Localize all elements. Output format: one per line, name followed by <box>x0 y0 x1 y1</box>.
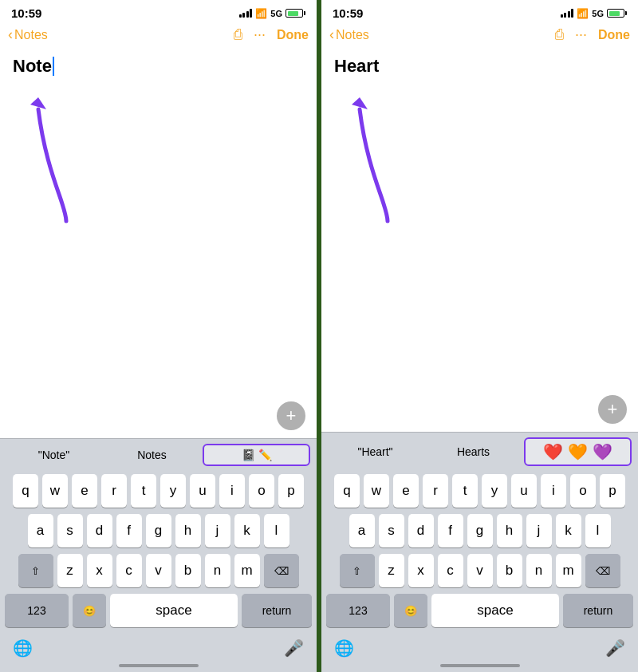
key-b[interactable]: b <box>175 554 201 587</box>
r-key-x[interactable]: x <box>408 554 434 587</box>
right-nav-right: ⎙ ··· Done <box>555 26 630 43</box>
right-arrow <box>344 93 415 232</box>
left-mic-icon[interactable]: 🎤 <box>284 638 304 658</box>
right-globe-icon[interactable]: 🌐 <box>334 638 354 658</box>
right-emoji-orange-heart: 🧡 <box>568 442 588 461</box>
r-key-n[interactable]: n <box>526 554 552 587</box>
r-key-c[interactable]: c <box>438 554 463 587</box>
r-key-shift[interactable]: ⇧ <box>340 554 375 587</box>
right-key-row-1: q w e r t y u i o p <box>324 474 636 508</box>
left-share-icon[interactable]: ⎙ <box>234 26 242 43</box>
key-num[interactable]: 123 <box>5 594 69 627</box>
key-shift[interactable]: ⇧ <box>18 554 53 587</box>
key-i[interactable]: i <box>219 474 245 508</box>
key-m[interactable]: m <box>234 554 260 587</box>
key-s[interactable]: s <box>57 514 83 547</box>
key-space[interactable]: space <box>110 594 238 627</box>
r-key-num[interactable]: 123 <box>326 594 390 627</box>
r-key-p[interactable]: p <box>600 474 625 508</box>
left-bottom-bar: 🌐 🎤 <box>0 634 317 661</box>
key-d[interactable]: d <box>87 514 112 547</box>
r-key-e[interactable]: e <box>393 474 419 508</box>
r-key-h[interactable]: h <box>497 514 522 547</box>
r-key-delete[interactable]: ⌫ <box>585 554 620 587</box>
key-l[interactable]: l <box>264 514 289 547</box>
r-key-f[interactable]: f <box>438 514 463 547</box>
key-delete[interactable]: ⌫ <box>264 554 299 587</box>
key-p[interactable]: p <box>278 474 304 508</box>
r-key-v[interactable]: v <box>467 554 493 587</box>
key-e[interactable]: e <box>72 474 97 508</box>
left-keyboard: "Note" Notes 📓 ✏️ q w e r t y u i o p <box>0 438 317 672</box>
left-back-chevron-icon: ‹ <box>8 26 13 43</box>
key-j[interactable]: j <box>205 514 230 547</box>
key-x[interactable]: x <box>87 554 112 587</box>
r-key-d[interactable]: d <box>408 514 434 547</box>
right-mic-icon[interactable]: 🎤 <box>605 638 625 658</box>
right-note-area: Heart + <box>321 49 638 432</box>
key-u[interactable]: u <box>190 474 215 508</box>
key-t[interactable]: t <box>131 474 156 508</box>
key-return[interactable]: return <box>242 594 312 627</box>
left-back-label: Notes <box>14 28 48 42</box>
left-suggestion-quoted[interactable]: "Note" <box>6 445 101 464</box>
right-plus-button[interactable]: + <box>598 395 627 424</box>
r-key-u[interactable]: u <box>511 474 537 508</box>
left-globe-icon[interactable]: 🌐 <box>13 638 33 658</box>
key-r[interactable]: r <box>101 474 127 508</box>
left-more-icon[interactable]: ··· <box>254 26 266 43</box>
key-z[interactable]: z <box>57 554 83 587</box>
right-emoji-list: ❤️ 🧡 💜 <box>543 442 612 461</box>
left-suggestion-app[interactable]: 📓 ✏️ <box>203 444 310 466</box>
key-c[interactable]: c <box>116 554 142 587</box>
key-f[interactable]: f <box>116 514 142 547</box>
right-suggestion-quoted[interactable]: "Heart" <box>328 442 423 461</box>
key-v[interactable]: v <box>146 554 171 587</box>
key-h[interactable]: h <box>175 514 201 547</box>
r-key-l[interactable]: l <box>585 514 611 547</box>
left-suggestion-plain[interactable]: Notes <box>104 445 199 464</box>
key-o[interactable]: o <box>249 474 274 508</box>
right-suggestion-emojis[interactable]: ❤️ 🧡 💜 <box>524 437 632 466</box>
key-g[interactable]: g <box>146 514 171 547</box>
right-share-icon[interactable]: ⎙ <box>555 26 564 43</box>
key-q[interactable]: q <box>13 474 38 508</box>
r-key-a[interactable]: a <box>349 514 375 547</box>
left-back-button[interactable]: ‹ Notes <box>8 26 48 43</box>
r-key-y[interactable]: y <box>482 474 507 508</box>
left-plus-button[interactable]: + <box>277 401 305 430</box>
left-done-button[interactable]: Done <box>277 28 309 42</box>
r-key-w[interactable]: w <box>364 474 389 508</box>
key-n[interactable]: n <box>205 554 230 587</box>
right-more-icon[interactable]: ··· <box>575 26 587 43</box>
right-suggestion-plain[interactable]: Hearts <box>426 442 521 461</box>
r-key-t[interactable]: t <box>452 474 478 508</box>
key-a[interactable]: a <box>28 514 53 547</box>
right-signal-icon <box>561 9 574 18</box>
key-y[interactable]: y <box>160 474 186 508</box>
r-key-b[interactable]: b <box>497 554 522 587</box>
right-done-button[interactable]: Done <box>598 28 630 42</box>
r-key-k[interactable]: k <box>556 514 581 547</box>
r-key-r[interactable]: r <box>423 474 448 508</box>
left-note-title: Note <box>13 56 304 77</box>
r-key-o[interactable]: o <box>570 474 596 508</box>
key-k[interactable]: k <box>234 514 260 547</box>
left-key-row-4: 123 😊 space return <box>2 594 314 627</box>
r-key-space[interactable]: space <box>431 594 559 627</box>
key-emoji[interactable]: 😊 <box>73 594 106 627</box>
r-key-z[interactable]: z <box>379 554 404 587</box>
r-key-j[interactable]: j <box>526 514 552 547</box>
right-back-button[interactable]: ‹ Notes <box>329 26 369 43</box>
right-nav-bar: ‹ Notes ⎙ ··· Done <box>321 23 638 49</box>
r-key-m[interactable]: m <box>556 554 581 587</box>
right-status-bar: 10:59 📶 5G <box>321 0 638 23</box>
r-key-i[interactable]: i <box>541 474 566 508</box>
r-key-emoji[interactable]: 😊 <box>394 594 427 627</box>
r-key-return[interactable]: return <box>563 594 633 627</box>
r-key-g[interactable]: g <box>467 514 493 547</box>
left-key-row-3: ⇧ z x c v b n m ⌫ <box>2 554 314 587</box>
key-w[interactable]: w <box>42 474 68 508</box>
r-key-q[interactable]: q <box>334 474 360 508</box>
r-key-s[interactable]: s <box>379 514 404 547</box>
